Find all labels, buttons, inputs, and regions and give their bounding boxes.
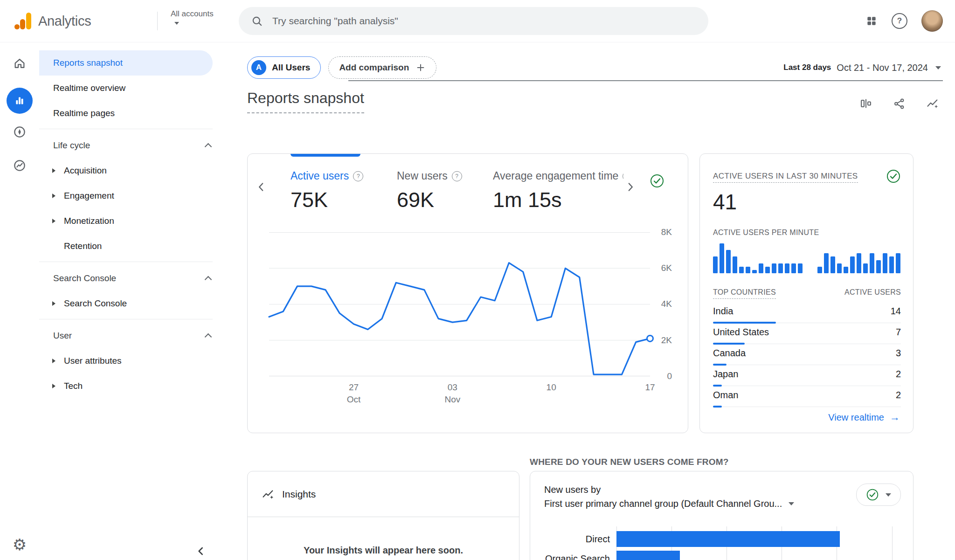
data-quality-check-icon[interactable]	[650, 173, 664, 188]
channel-bar	[616, 551, 680, 560]
all-users-chip[interactable]: A All Users	[247, 56, 321, 79]
nav-item-search-console[interactable]: Search Console	[39, 291, 228, 316]
help-icon[interactable]	[353, 171, 363, 181]
chevron-down-icon	[935, 66, 941, 69]
date-range-picker[interactable]: Last 28 days Oct 21 - Nov 17, 2024	[783, 62, 941, 73]
nav-item-acquisition[interactable]: Acquisition	[39, 158, 228, 183]
data-quality-check-icon[interactable]	[886, 169, 901, 184]
report-actions	[859, 97, 939, 110]
country-bar	[713, 322, 776, 324]
table-row: India 14	[713, 302, 901, 323]
metric-value: 69K	[397, 188, 462, 212]
country-bar	[713, 406, 722, 408]
per-minute-bar	[889, 256, 894, 273]
nav-rail: ⚙	[0, 42, 40, 560]
expand-triangle-icon[interactable]	[52, 384, 55, 388]
metric-value: 75K	[291, 188, 363, 212]
nav-section-search-console[interactable]: Search Console	[39, 266, 228, 291]
nav-section-life-cycle[interactable]: Life cycle	[39, 133, 228, 158]
comparison-toolbar: A All Users Add comparison Last 28 days …	[247, 56, 941, 79]
section-title: WHERE DO YOUR NEW USERS COME FROM?	[530, 457, 729, 467]
share-icon[interactable]	[893, 97, 906, 110]
chevron-down-icon	[886, 493, 891, 497]
nav-item-monetization[interactable]: Monetization	[39, 208, 228, 234]
dimension-selector[interactable]: First user primary channel group (Defaul…	[544, 498, 794, 509]
y-axis-tick: 8K	[651, 227, 672, 237]
per-minute-bar	[746, 267, 750, 273]
expand-triangle-icon[interactable]	[52, 194, 55, 198]
nav-divider	[39, 319, 213, 319]
y-axis-tick: 4K	[651, 299, 672, 309]
segment-badge: A	[251, 60, 266, 75]
reports-selected-bubble	[7, 88, 33, 114]
reports-icon[interactable]	[7, 88, 33, 114]
chevron-down-icon	[789, 502, 794, 505]
per-minute-bar	[733, 256, 737, 273]
per-minute-bar	[759, 263, 763, 273]
expand-triangle-icon[interactable]	[52, 359, 55, 363]
table-row: Japan 2	[713, 365, 901, 386]
per-minute-bar	[896, 253, 900, 273]
metric-tab-active-users[interactable]: Active users 75K	[291, 170, 363, 212]
table-row: Oman 2	[713, 386, 901, 407]
chevron-down-icon	[174, 22, 179, 25]
nav-item-engagement[interactable]: Engagement	[39, 183, 228, 208]
help-icon[interactable]	[452, 171, 462, 181]
per-minute-bar	[798, 263, 803, 273]
per-minute-bar	[720, 243, 724, 273]
x-axis-tick: 03Nov	[444, 381, 460, 405]
carousel-left-icon[interactable]	[254, 180, 268, 194]
advertising-icon[interactable]	[13, 159, 27, 173]
analytics-logo	[13, 11, 33, 31]
realtime-title: ACTIVE USERS IN LAST 30 MINUTES	[713, 172, 858, 181]
settings-gear-icon[interactable]: ⚙	[13, 537, 27, 553]
analytics-app: Analytics All accounts	[0, 0, 955, 560]
new-users-channel-card: New users by First user primary channel …	[530, 471, 913, 560]
account-selector[interactable]: All accounts	[171, 9, 214, 25]
carousel-right-icon[interactable]	[623, 180, 637, 194]
per-minute-bar	[817, 267, 822, 273]
search-bar[interactable]	[239, 7, 708, 35]
nav-item-realtime-overview[interactable]: Realtime overview	[39, 76, 213, 101]
nav-item-retention[interactable]: Retention	[39, 234, 228, 259]
y-axis-tick: 2K	[651, 335, 672, 346]
nav-divider	[39, 129, 213, 129]
apps-grid-icon[interactable]	[865, 15, 878, 27]
collapse-nav-icon[interactable]	[195, 545, 207, 557]
add-comparison-chip[interactable]: Add comparison	[328, 56, 436, 79]
search-input[interactable]	[271, 15, 696, 27]
explore-icon[interactable]	[13, 125, 27, 139]
nav-section-user[interactable]: User	[39, 323, 228, 348]
help-icon[interactable]	[892, 13, 907, 29]
view-realtime-link[interactable]: View realtime	[828, 411, 900, 423]
expand-triangle-icon[interactable]	[52, 219, 55, 223]
metric-value: 1m 15s	[493, 188, 623, 212]
expand-triangle-icon[interactable]	[52, 168, 55, 173]
metric-tab-new-users[interactable]: New users 69K	[397, 170, 462, 212]
app-title: Analytics	[38, 14, 91, 29]
toolbar-underline	[348, 80, 943, 81]
overview-metrics-card: Active users 75K New users 69K Average e…	[247, 153, 688, 433]
insights-header: Insights	[248, 471, 519, 517]
help-icon[interactable]	[623, 171, 623, 181]
y-axis-tick: 0	[651, 371, 672, 381]
active-tab-indicator	[291, 154, 360, 157]
insights-icon[interactable]	[926, 97, 939, 110]
expand-triangle-icon[interactable]	[52, 301, 55, 306]
countries-table-header: TOP COUNTRIES ACTIVE USERS	[713, 288, 901, 299]
data-quality-dropdown[interactable]	[856, 484, 901, 506]
active-users-line-chart	[269, 232, 650, 376]
per-minute-bar	[876, 260, 881, 273]
countries-table: India 14 United States 7 Canada 3 Japan …	[713, 302, 901, 407]
chevron-up-icon	[205, 143, 212, 151]
metric-tab-avg-engagement-time[interactable]: Average engagement time 1m 15s	[493, 170, 623, 212]
edit-comparisons-icon[interactable]	[859, 97, 872, 110]
nav-item-reports-snapshot[interactable]: Reports snapshot	[39, 50, 213, 76]
nav-item-tech[interactable]: Tech	[39, 373, 228, 399]
nav-item-realtime-pages[interactable]: Realtime pages	[39, 101, 213, 126]
nav-item-user-attributes[interactable]: User attributes	[39, 348, 228, 373]
table-row: United States 7	[713, 323, 901, 344]
x-axis-tick: 17	[645, 381, 655, 394]
home-icon[interactable]	[13, 57, 26, 70]
avatar[interactable]	[921, 10, 943, 32]
